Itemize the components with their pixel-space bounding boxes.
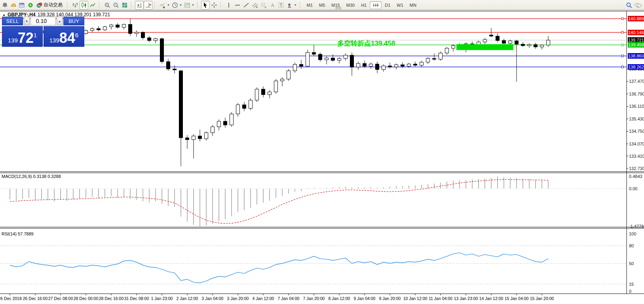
line-handle-138.860[interactable] (621, 55, 623, 57)
chat-icon[interactable] (633, 1, 643, 10)
candle-32 (211, 127, 215, 133)
line-handle-139.458[interactable] (621, 44, 623, 46)
candle-56 (363, 63, 367, 66)
window-splitter-handle[interactable] (336, 7, 341, 10)
candle-41 (268, 92, 272, 95)
periods-dropdown-arrow[interactable]: ▼ (179, 4, 182, 6)
candle-54 (350, 55, 354, 67)
time-axis-label: 11 Jan 04:00 (429, 296, 452, 301)
timeframe-button-d1[interactable]: D1 (382, 1, 393, 9)
vertical-line-icon[interactable] (224, 1, 233, 10)
trendline-icon[interactable] (242, 1, 251, 10)
symbol-collapse-icon[interactable]: ▲ (2, 13, 6, 17)
candle-28 (186, 138, 189, 140)
toolbar-separator (131, 2, 133, 8)
candle-69 (445, 48, 449, 53)
bar-chart-icon[interactable] (71, 1, 80, 10)
candle-52 (338, 59, 341, 61)
candle-14 (97, 29, 101, 30)
fibonacci-icon[interactable]: F (259, 1, 268, 10)
rsi-line (10, 253, 548, 283)
candlestick-chart-icon[interactable] (80, 1, 88, 10)
channel-icon[interactable]: E (251, 1, 259, 10)
indicators-icon[interactable]: ▼ (158, 1, 171, 10)
price-axis-tick-label: 133.410 (629, 154, 644, 159)
cursor-icon[interactable] (201, 1, 210, 10)
time-axis-label: 31 Dec 08:00 (124, 296, 149, 301)
rsi-indicator-title: RSI(14) 57.7889 (2, 231, 34, 236)
buy-button[interactable]: BUY (63, 17, 84, 25)
timeframe-button-m1[interactable]: M1 (304, 1, 316, 9)
templates-dropdown-arrow[interactable]: ▼ (192, 4, 194, 6)
market-watch-icon[interactable] (17, 1, 26, 10)
auto-scroll-icon[interactable] (135, 1, 144, 10)
signals-icon[interactable] (26, 1, 35, 10)
periods-icon[interactable]: ▼ (171, 1, 183, 10)
candle-75 (483, 40, 487, 42)
candle-29 (192, 136, 196, 140)
line-handle-140.146[interactable] (621, 31, 623, 33)
candle-34 (224, 121, 227, 125)
candle-13 (91, 29, 94, 31)
candle-51 (331, 58, 335, 60)
candle-77 (496, 36, 500, 40)
candle-44 (287, 71, 291, 79)
time-axis-label: 3 Jan 20:00 (227, 296, 249, 301)
zoom-in-icon[interactable] (103, 1, 112, 10)
buy-price-display[interactable]: 139 84 6 (44, 26, 84, 47)
order-menu-label[interactable]: 单 (1, 2, 9, 9)
macd-indicator-title: MACD(12,26,9) 0.3138 0.3288 (2, 174, 61, 179)
candle-31 (205, 133, 208, 139)
candle-70 (452, 46, 455, 48)
time-axis-label: 14 Jan 12:00 (479, 296, 503, 301)
timeframe-button-m5[interactable]: M5 (316, 1, 328, 9)
candle-57 (369, 64, 373, 66)
line-chart-icon[interactable] (88, 1, 97, 10)
macd-axis-label: 0.4843 (629, 174, 642, 179)
sell-price-display[interactable]: 139 72 1 (2, 26, 43, 47)
rsi-axis-label: 15 (629, 282, 634, 287)
candle-53 (344, 55, 348, 58)
candle-79 (509, 41, 512, 43)
time-axis-label: 28 Dec 16:00 (99, 296, 123, 301)
volume-increase-button[interactable]: ▲ (57, 17, 63, 25)
auto-trading-button[interactable]: 自动交易 (35, 1, 65, 10)
candle-65 (420, 62, 424, 65)
zoom-out-icon[interactable] (112, 1, 120, 10)
rsi-axis-label: 0 (629, 289, 631, 294)
text-label-icon[interactable]: T (277, 1, 285, 10)
timeframe-button-h4[interactable]: H4 (370, 1, 382, 9)
candle-17 (116, 25, 120, 27)
price-axis-tick-label: 134.750 (629, 129, 644, 134)
chart-canvas[interactable] (0, 11, 644, 304)
pivot-zone-rectangle[interactable] (456, 44, 513, 50)
timeframe-button-w1[interactable]: W1 (393, 1, 407, 9)
arrows-icon[interactable]: ▼ (285, 1, 298, 10)
templates-icon[interactable]: ▼ (183, 1, 195, 10)
sell-button[interactable]: SELL (2, 17, 23, 25)
chart-area[interactable]: ▲ GBPJPY-,H4 139.328 140.044 139.201 139… (0, 11, 644, 304)
line-handle-138.262[interactable] (621, 66, 623, 68)
timeframe-button-mn[interactable]: MN (407, 1, 420, 9)
candle-46 (300, 64, 303, 66)
candle-43 (281, 79, 284, 81)
indicators-dropdown-arrow[interactable]: ▼ (167, 4, 170, 6)
chart-shift-icon[interactable] (144, 1, 152, 10)
search-icon[interactable] (625, 1, 633, 10)
timeframe-button-h1[interactable]: H1 (358, 1, 370, 9)
tile-windows-icon[interactable] (120, 1, 129, 10)
volume-decrease-button[interactable]: ▼ (24, 17, 30, 25)
crosshair-icon[interactable] (210, 1, 218, 10)
timeframe-button-m30[interactable]: M30 (343, 1, 358, 9)
time-axis-label: 26 Dec 2018 (0, 296, 22, 301)
volume-value[interactable]: 0.10 (30, 17, 56, 25)
line-handle-140.889[interactable] (621, 18, 623, 20)
arrows-dropdown-arrow[interactable]: ▼ (294, 4, 297, 6)
rsi-axis-label: 80 (629, 243, 634, 248)
time-axis-label: 1 Jan 23:00 (151, 296, 173, 301)
horizontal-line-icon[interactable] (233, 1, 242, 10)
price-badge-resistance: 140.889 (628, 16, 644, 21)
new-order-icon[interactable] (9, 1, 17, 10)
text-icon[interactable]: A (268, 1, 277, 10)
toolbar-separator (300, 2, 302, 8)
